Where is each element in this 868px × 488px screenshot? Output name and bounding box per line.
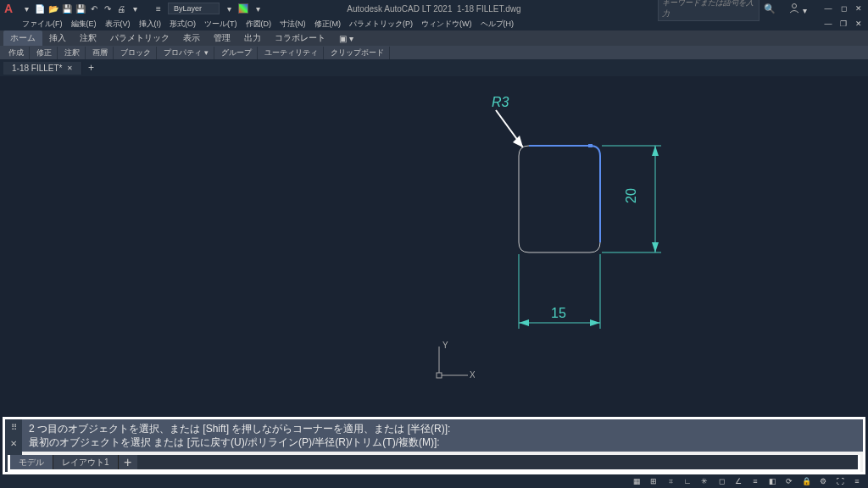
dimension-vertical: 20: [602, 146, 661, 252]
rounded-rectangle: 20 15: [517, 144, 687, 356]
sign-in[interactable]: ▾: [788, 2, 807, 15]
svg-text:X: X: [470, 370, 475, 380]
file-tab-active[interactable]: 1-18 FILLET* ✕: [3, 62, 82, 75]
file-tab-label: 1-18 FILLET*: [12, 64, 62, 73]
tab-manage[interactable]: 管理: [207, 30, 237, 46]
doc-minimize-icon[interactable]: —: [822, 18, 834, 30]
search-input[interactable]: キーワードまたは語句を入力: [658, 0, 760, 21]
svg-text:20: 20: [624, 188, 638, 203]
model-paper-toggle[interactable]: ▦: [631, 475, 643, 487]
layer-arrow2-icon[interactable]: ▾: [252, 3, 264, 14]
tab-model[interactable]: モデル: [10, 455, 53, 469]
new-icon[interactable]: 📄: [34, 3, 46, 14]
panel-create[interactable]: 作成: [3, 47, 30, 59]
svg-marker-19: [590, 319, 600, 326]
command-window: ⠿ ✕ 2 つ目のオブジェクトを選択、または [Shift] を押しながらコーナ…: [3, 417, 865, 474]
doc-close-icon[interactable]: ✕: [853, 18, 865, 30]
menu-help[interactable]: ヘルプ(H): [477, 18, 518, 30]
menu-modify[interactable]: 修正(M): [311, 18, 345, 30]
svg-point-0: [793, 4, 797, 8]
customize-icon[interactable]: ≡: [851, 475, 863, 487]
window-title: Autodesk AutoCAD LT 2021 1-18 FILLET.dwg: [347, 4, 520, 14]
add-layout-tab[interactable]: +: [119, 455, 137, 469]
menu-parametric[interactable]: パラメトリック(P): [346, 18, 416, 30]
window-controls: — ◻ ✕: [819, 3, 868, 14]
redo-icon[interactable]: ↷: [102, 3, 114, 14]
menu-dropdown-icon[interactable]: ▾: [20, 3, 32, 14]
layer-selector: ≡ ByLayer ▾ ▾: [153, 3, 264, 14]
maximize-icon[interactable]: ◻: [837, 3, 849, 14]
menu-draw[interactable]: 作図(D): [242, 18, 275, 30]
menu-insert[interactable]: 挿入(I): [136, 18, 165, 30]
annotation-scale-icon[interactable]: 🔒: [800, 475, 812, 487]
ucs-icon: Y X: [432, 340, 475, 382]
bylayer-color-swatch[interactable]: [238, 3, 248, 14]
close-icon[interactable]: ✕: [853, 3, 865, 14]
tab-layout1[interactable]: レイアウト1: [53, 455, 119, 469]
clean-screen-icon[interactable]: ⛶: [834, 475, 846, 487]
tab-output[interactable]: 出力: [237, 30, 268, 46]
grid-icon[interactable]: ⊞: [648, 475, 659, 487]
menu-file[interactable]: ファイル(F): [19, 18, 66, 30]
layer-arrow-icon[interactable]: ▾: [223, 3, 235, 14]
file-tab-close-icon[interactable]: ✕: [67, 64, 73, 72]
panel-utilities[interactable]: ユーティリティ: [259, 47, 324, 59]
drag-handle-icon[interactable]: ⠿: [11, 423, 17, 432]
panel-modify[interactable]: 修正: [31, 47, 58, 59]
layer-dropdown[interactable]: ByLayer: [168, 3, 220, 14]
undo-icon[interactable]: ↶: [88, 3, 100, 14]
tab-annotate[interactable]: 注釈: [73, 30, 103, 46]
snap-icon[interactable]: ⌗: [665, 475, 676, 487]
radius-text: R3: [492, 95, 509, 109]
open-icon[interactable]: 📂: [47, 3, 59, 14]
svg-marker-13: [652, 242, 659, 252]
command-close-icon[interactable]: ✕: [10, 439, 17, 448]
titlebar: A ▾ 📄 📂 💾 💾 ↶ ↷ 🖨 ▾ ≡ ByLayer ▾ ▾ Autode…: [0, 0, 868, 17]
statusbar: ▦ ⊞ ⌗ ∟ ✳ ◻ ∠ ≡ ◧ ⟳ 🔒 ⚙ ⛶ ≡: [0, 474, 868, 488]
menu-tools[interactable]: ツール(T): [201, 18, 241, 30]
command-gutter: ⠿ ✕: [5, 419, 22, 452]
menu-dimension[interactable]: 寸法(N): [276, 18, 309, 30]
command-history[interactable]: 2 つ目のオブジェクトを選択、または [Shift] を押しながらコーナーを適用…: [22, 419, 863, 452]
otrack-icon[interactable]: ∠: [732, 475, 744, 487]
panel-properties[interactable]: プロパティ ▾: [159, 47, 214, 59]
save-icon[interactable]: 💾: [61, 3, 73, 14]
drawing-canvas[interactable]: Y X R3 20 15: [0, 76, 868, 386]
panel-group[interactable]: グループ: [216, 47, 258, 59]
tab-insert[interactable]: 挿入: [42, 30, 73, 46]
minimize-icon[interactable]: —: [822, 3, 834, 14]
qat-more-icon[interactable]: ▾: [129, 3, 141, 14]
app-logo[interactable]: A: [0, 0, 17, 17]
tab-parametric[interactable]: パラメトリック: [103, 30, 176, 46]
panel-annotation[interactable]: 注釈: [59, 47, 86, 59]
ribbon-panels: 作成 修正 注釈 画層 ブロック プロパティ ▾ グループ ユーティリティ クリ…: [0, 46, 868, 59]
ribbon-tabs: ホーム 挿入 注釈 パラメトリック 表示 管理 出力 コラボレート ▣ ▾: [0, 30, 868, 46]
tab-collaborate[interactable]: コラボレート: [268, 30, 332, 46]
add-file-tab[interactable]: +: [82, 62, 99, 74]
history-line: 2 つ目のオブジェクトを選択、または [Shift] を押しながらコーナーを適用…: [29, 423, 856, 436]
svg-rect-8: [588, 144, 593, 147]
tab-expand-icon[interactable]: ▣ ▾: [332, 32, 360, 45]
menu-window[interactable]: ウィンドウ(W): [418, 18, 476, 30]
panel-layers[interactable]: 画層: [87, 47, 114, 59]
plot-icon[interactable]: 🖨: [115, 3, 127, 14]
tab-home[interactable]: ホーム: [3, 30, 42, 46]
transparency-icon[interactable]: ◧: [766, 475, 778, 487]
workspace-icon[interactable]: ⚙: [817, 475, 829, 487]
doc-restore-icon[interactable]: ❐: [837, 18, 849, 30]
panel-block[interactable]: ブロック: [115, 47, 157, 59]
svg-text:Y: Y: [442, 341, 448, 350]
panel-clipboard[interactable]: クリップボード: [326, 47, 390, 59]
selection-cycling-icon[interactable]: ⟳: [783, 475, 795, 487]
saveas-icon[interactable]: 💾: [75, 3, 86, 14]
search-icon[interactable]: 🔍: [763, 2, 776, 15]
osnap-icon[interactable]: ◻: [715, 475, 727, 487]
polar-icon[interactable]: ✳: [698, 475, 710, 487]
menu-view[interactable]: 表示(V): [102, 18, 134, 30]
menu-edit[interactable]: 編集(E): [68, 18, 100, 30]
lineweight-icon[interactable]: ≡: [153, 3, 164, 14]
lineweight-status-icon[interactable]: ≡: [749, 475, 761, 487]
ortho-icon[interactable]: ∟: [682, 475, 693, 487]
menu-format[interactable]: 形式(O): [166, 18, 199, 30]
tab-view[interactable]: 表示: [176, 30, 207, 46]
